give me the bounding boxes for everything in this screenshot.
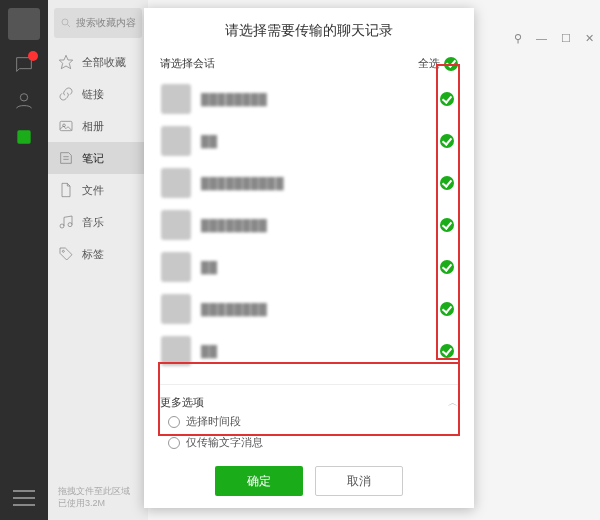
dialog-buttons: 确定 取消 xyxy=(144,458,474,496)
sidebar-item-music[interactable]: 音乐 xyxy=(48,206,148,238)
check-icon[interactable] xyxy=(440,176,454,190)
avatar-thumb xyxy=(161,210,191,240)
avatar[interactable] xyxy=(8,8,40,40)
chat-icon[interactable] xyxy=(13,54,35,76)
cancel-button[interactable]: 取消 xyxy=(315,466,403,496)
conv-name: ████████ xyxy=(201,303,267,315)
opt-text-only[interactable]: 仅传输文字消息 xyxy=(168,435,450,450)
more-options: 选择时间段 仅传输文字消息 xyxy=(144,412,474,458)
list-item[interactable]: ██ xyxy=(159,120,458,162)
more-options-toggle[interactable]: 更多选项 ︿ xyxy=(144,389,474,412)
select-all-label: 全选 xyxy=(418,56,440,71)
conv-name: ████████ xyxy=(201,93,267,105)
more-options-label: 更多选项 xyxy=(160,395,204,410)
avatar-thumb xyxy=(161,168,191,198)
radio-icon xyxy=(168,416,180,428)
check-icon[interactable] xyxy=(440,218,454,232)
nav-rail xyxy=(0,0,48,520)
dialog-title: 请选择需要传输的聊天记录 xyxy=(144,22,474,50)
storage-info: 拖拽文件至此区域 已使用3.2M xyxy=(48,479,148,520)
list-item[interactable]: ██████████ xyxy=(159,162,458,204)
contacts-icon[interactable] xyxy=(13,90,35,112)
ok-button[interactable]: 确定 xyxy=(215,466,303,496)
sidebar-item-photos[interactable]: 相册 xyxy=(48,110,148,142)
svg-point-7 xyxy=(68,223,72,227)
unread-badge xyxy=(28,51,38,61)
check-icon xyxy=(444,57,458,71)
close-icon[interactable]: ✕ xyxy=(585,32,594,45)
sidebar-item-label: 相册 xyxy=(82,119,104,134)
check-icon[interactable] xyxy=(440,260,454,274)
minimize-icon[interactable]: — xyxy=(536,32,547,44)
svg-point-0 xyxy=(20,94,27,101)
sidebar-item-files[interactable]: 文件 xyxy=(48,174,148,206)
list-item[interactable]: ████████ xyxy=(159,78,458,120)
svg-rect-1 xyxy=(17,130,30,143)
opt-label: 仅传输文字消息 xyxy=(186,435,263,450)
svg-point-6 xyxy=(60,224,64,228)
hamburger-icon[interactable] xyxy=(13,490,35,506)
conv-name: ██ xyxy=(201,135,218,147)
maximize-icon[interactable]: ☐ xyxy=(561,32,571,45)
sidebar-item-all[interactable]: 全部收藏 xyxy=(48,46,148,78)
select-conversation-label: 请选择会话 xyxy=(160,56,215,71)
check-icon[interactable] xyxy=(440,344,454,358)
list-item[interactable]: ████████ xyxy=(159,204,458,246)
list-item[interactable]: ██ xyxy=(159,330,458,372)
sidebar-item-notes[interactable]: 笔记 xyxy=(48,142,148,174)
chevron-up-icon: ︿ xyxy=(448,396,458,410)
favorites-icon[interactable] xyxy=(13,126,35,148)
avatar-thumb xyxy=(161,84,191,114)
favorites-sidebar: 搜索收藏内容 全部收藏 链接 相册 笔记 文件 音乐 标签 拖拽文件至此区域 已… xyxy=(48,0,148,520)
divider xyxy=(160,384,458,385)
opt-time-range[interactable]: 选择时间段 xyxy=(168,414,450,429)
conv-name: ████████ xyxy=(201,219,267,231)
sidebar-item-label: 音乐 xyxy=(82,215,104,230)
search-input[interactable]: 搜索收藏内容 xyxy=(54,8,142,38)
list-item[interactable]: ██ xyxy=(159,246,458,288)
conv-name: ██████████ xyxy=(201,177,284,189)
radio-icon xyxy=(168,437,180,449)
conversation-list: ████████ ██ ██████████ ████████ ██ █████… xyxy=(158,77,460,374)
svg-point-8 xyxy=(62,250,64,252)
select-all-toggle[interactable]: 全选 xyxy=(418,56,458,71)
check-icon[interactable] xyxy=(440,92,454,106)
search-placeholder: 搜索收藏内容 xyxy=(76,16,136,30)
check-icon[interactable] xyxy=(440,302,454,316)
svg-marker-3 xyxy=(59,55,72,68)
conv-name: ██ xyxy=(201,261,218,273)
sidebar-item-label: 标签 xyxy=(82,247,104,262)
sidebar-item-links[interactable]: 链接 xyxy=(48,78,148,110)
transfer-dialog: 请选择需要传输的聊天记录 请选择会话 全选 ████████ ██ ██████… xyxy=(144,8,474,508)
opt-label: 选择时间段 xyxy=(186,414,241,429)
avatar-thumb xyxy=(161,336,191,366)
pin-icon[interactable]: ⚲ xyxy=(514,32,522,45)
avatar-thumb xyxy=(161,294,191,324)
sidebar-item-tags[interactable]: 标签 xyxy=(48,238,148,270)
avatar-thumb xyxy=(161,252,191,282)
sidebar-item-label: 链接 xyxy=(82,87,104,102)
avatar-thumb xyxy=(161,126,191,156)
sidebar-item-label: 文件 xyxy=(82,183,104,198)
list-item[interactable]: ████████ xyxy=(159,288,458,330)
window-controls: ⚲ — ☐ ✕ xyxy=(474,28,594,48)
svg-point-2 xyxy=(62,19,68,25)
check-icon[interactable] xyxy=(440,134,454,148)
sidebar-item-label: 笔记 xyxy=(82,151,104,166)
sidebar-item-label: 全部收藏 xyxy=(82,55,126,70)
conv-name: ██ xyxy=(201,345,218,357)
